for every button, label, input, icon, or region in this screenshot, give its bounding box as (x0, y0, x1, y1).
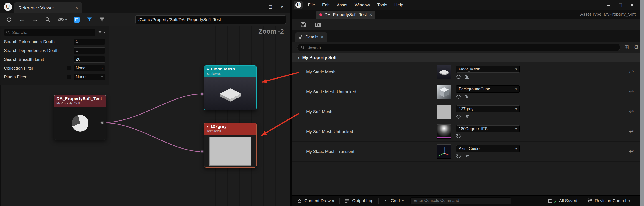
asset-picker-dropdown[interactable]: Floor_Mesh ▾ (456, 66, 520, 73)
unreal-badge[interactable]: U (294, 1, 302, 9)
browse-to-button[interactable] (464, 114, 470, 119)
plugin-filter-dropdown[interactable]: None ▾ (74, 74, 105, 80)
maximize-button[interactable]: □ (614, 0, 626, 10)
duplicate-view-button[interactable] (74, 17, 80, 23)
node-input-pin[interactable] (200, 150, 204, 153)
asset-thumbnail[interactable] (437, 125, 451, 139)
square-icon (75, 18, 78, 21)
close-window-button[interactable]: × (626, 0, 638, 10)
asset-picker-dropdown[interactable]: 127grey ▾ (456, 105, 520, 112)
browse-to-button[interactable] (464, 94, 470, 99)
use-selected-button[interactable] (456, 74, 461, 79)
close-tab-icon[interactable]: × (321, 34, 324, 40)
visibility-options-button[interactable]: ▾ (58, 17, 67, 22)
settings-gear-icon[interactable]: ⚙ (634, 44, 639, 50)
console-command-input[interactable] (410, 197, 511, 204)
asset-picker-dropdown[interactable]: BackgroundCube ▾ (456, 85, 520, 93)
content-drawer-button[interactable]: Content Drawer (292, 195, 339, 206)
all-saved-button[interactable]: ✓ All Saved (542, 195, 582, 206)
branch-icon (587, 198, 592, 203)
browse-to-button[interactable] (464, 74, 470, 80)
menu-asset[interactable]: Asset (333, 0, 351, 10)
reset-to-default-button[interactable]: ↩ (629, 68, 634, 75)
output-log-button[interactable]: Output Log (340, 195, 378, 206)
chevron-down-icon: ▾ (65, 18, 67, 22)
console-prompt-icon: >_ (384, 198, 388, 203)
history-forward-button[interactable]: → (32, 17, 38, 23)
menu-help[interactable]: Help (391, 0, 407, 10)
asset-picker-dropdown[interactable]: 180Degree_IES ▾ (456, 125, 520, 132)
status-bar: Content Drawer Output Log >_ Cmd ▾ ✓ All… (292, 195, 644, 206)
node-input-pin[interactable] (200, 92, 204, 96)
chevron-down-icon: ▾ (101, 66, 103, 70)
property-row-my-static-mesh-transient: My Static Mesh Transient Axis_Guide ▾ ↩ (292, 142, 644, 161)
dependencies-depth-input[interactable] (74, 48, 105, 54)
browse-to-button[interactable] (464, 154, 470, 159)
chevron-down-icon: ▾ (402, 199, 404, 203)
breadth-limit-input[interactable] (74, 56, 105, 63)
property-label: My Soft Mesh (306, 109, 332, 114)
browse-to-asset-button[interactable] (315, 21, 322, 28)
chevron-down-icon: ▾ (515, 67, 517, 71)
minimize-button[interactable]: – (253, 0, 264, 13)
history-back-button[interactable]: ← (19, 17, 25, 23)
close-tab-icon[interactable]: × (369, 12, 372, 18)
revision-control-button[interactable]: Revision Control ▾ (582, 195, 644, 206)
use-selected-icon (456, 94, 461, 99)
close-tab-icon[interactable]: × (75, 5, 78, 11)
save-icon (300, 21, 307, 28)
filter-list-button[interactable] (99, 17, 105, 23)
use-selected-button[interactable] (456, 94, 461, 99)
floor-mesh-thumbnail-icon (214, 80, 247, 107)
close-window-button[interactable]: × (276, 0, 288, 13)
menu-tools[interactable]: Tools (374, 0, 390, 10)
use-selected-button[interactable] (456, 154, 461, 159)
reference-viewer-tab[interactable]: Reference Viewer × (14, 3, 82, 13)
save-button[interactable] (300, 21, 307, 28)
use-selected-button[interactable] (456, 134, 461, 139)
cmd-dropdown-button[interactable]: >_ Cmd ▾ (379, 195, 409, 206)
maximize-button[interactable]: □ (264, 0, 276, 13)
refresh-button[interactable] (6, 17, 12, 23)
referencers-depth-input[interactable] (74, 39, 105, 45)
asset-picker-dropdown[interactable]: Axis_Guide ▾ (456, 145, 520, 152)
chevron-down-icon: ▾ (628, 199, 630, 203)
use-selected-icon (456, 134, 461, 139)
menu-window[interactable]: Window (351, 0, 374, 10)
menu-file[interactable]: File (304, 0, 318, 10)
reset-to-default-button[interactable]: ↩ (629, 128, 634, 135)
details-search-row: ⊞ ⚙ (292, 42, 644, 53)
graph-node-127grey[interactable]: ■ 127grey Texture2D (204, 123, 256, 168)
reference-graph-canvas[interactable]: Zoom -2 ▾ Search Referencers Depth Searc… (0, 26, 290, 206)
node-output-pin[interactable] (100, 121, 104, 124)
asset-thumbnail[interactable] (437, 145, 451, 158)
graph-node-da-propertysoft-test[interactable]: DA_PropertySoft_Test MyProperty_Soft (54, 95, 106, 140)
graph-filter-options-button[interactable]: ▾ (98, 30, 105, 35)
collection-filter-dropdown[interactable]: None ▾ (74, 65, 105, 71)
right-edge-panel (640, 0, 644, 206)
filters-active-button[interactable] (86, 17, 92, 23)
plugin-filter-checkbox[interactable] (66, 75, 71, 79)
asset-tab[interactable]: DA_PropertySoft_Test × (316, 11, 376, 19)
find-path-button[interactable] (45, 17, 51, 23)
details-search-input[interactable] (307, 45, 617, 50)
asset-path-input[interactable] (138, 17, 283, 22)
folder-search-icon (464, 154, 470, 159)
use-selected-button[interactable] (456, 114, 461, 119)
asset-thumbnail[interactable] (437, 65, 451, 79)
reset-to-default-button[interactable]: ↩ (629, 108, 634, 115)
asset-thumbnail[interactable] (437, 105, 451, 119)
graph-search-input[interactable] (12, 30, 93, 35)
details-tab[interactable]: Details × (295, 32, 327, 42)
category-my-property-soft[interactable]: ▾ My Property Soft (292, 53, 644, 62)
reset-to-default-button[interactable]: ↩ (629, 148, 634, 155)
asset-thumbnail[interactable] (437, 85, 451, 99)
chevron-down-icon: ▾ (515, 127, 517, 131)
display-options-icon[interactable]: ⊞ (624, 44, 629, 50)
collection-filter-checkbox[interactable] (66, 66, 71, 71)
asset-type-label: Asset Type: MyProperty_Soft (580, 12, 636, 17)
reset-to-default-button[interactable]: ↩ (629, 88, 634, 95)
menu-edit[interactable]: Edit (318, 0, 333, 10)
graph-node-floor-mesh[interactable]: ◆ Floor_Mesh StaticMesh (204, 65, 256, 110)
minimize-button[interactable]: – (603, 0, 614, 10)
